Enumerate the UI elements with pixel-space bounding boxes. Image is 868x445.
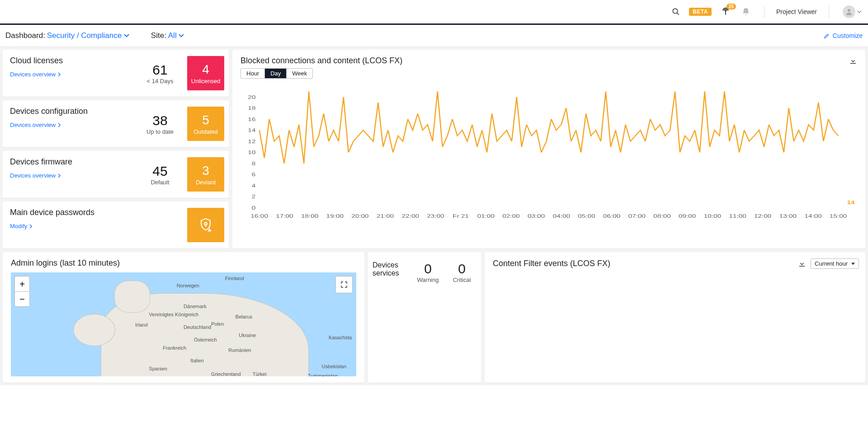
stat-number: 61 xyxy=(133,62,187,78)
map-canvas[interactable]: Finnland Norwegen Irland Vereinigtes Kön… xyxy=(11,272,356,376)
devices-overview-link[interactable]: Devices overview xyxy=(10,122,133,128)
map-label: Kasachsta xyxy=(329,335,352,340)
devices-overview-link[interactable]: Devices overview xyxy=(10,71,133,78)
svg-text:14: 14 xyxy=(248,127,256,133)
svg-text:06:00: 06:00 xyxy=(603,213,620,219)
map-label: Frankreich xyxy=(163,345,186,351)
map-label: Ukraine xyxy=(239,333,256,338)
svg-text:2: 2 xyxy=(252,194,256,200)
svg-text:04:00: 04:00 xyxy=(553,213,570,219)
badge-deviant[interactable]: 3 Deviant xyxy=(187,157,224,192)
critical-count: 0 xyxy=(447,261,476,276)
card-cloud-licenses: Cloud licenses Devices overview 61 < 14 … xyxy=(3,50,229,97)
stat-caption: Default xyxy=(133,179,187,186)
svg-text:16: 16 xyxy=(248,117,255,122)
svg-text:18:00: 18:00 xyxy=(301,213,318,219)
antenna-badge-count: 25 xyxy=(726,4,736,9)
download-icon[interactable] xyxy=(849,57,857,65)
card-main-device-passwords: Main device passwords Modify xyxy=(3,201,229,248)
svg-text:0: 0 xyxy=(252,205,256,211)
map-zoom-in[interactable]: + xyxy=(14,276,30,291)
svg-text:13:00: 13:00 xyxy=(779,213,797,219)
svg-text:11:00: 11:00 xyxy=(729,213,746,219)
line-chart: 0246810121416182016:0017:0018:0019:0020:… xyxy=(241,81,857,221)
card-blocked-connections-chart: Blocked connections and content (LCOS FX… xyxy=(232,50,865,248)
card-title: Main device passwords xyxy=(10,208,133,217)
card-devices-firmware: Devices firmware Devices overview 45 Def… xyxy=(3,151,229,198)
topbar: BETA 25 Project Viewer xyxy=(0,0,868,25)
svg-text:23:00: 23:00 xyxy=(427,213,444,219)
svg-text:12:00: 12:00 xyxy=(754,213,771,219)
map-title: Admin logins (last 10 minutes) xyxy=(3,252,364,272)
beta-badge: BETA xyxy=(689,8,712,16)
bell-icon[interactable] xyxy=(740,5,752,18)
svg-text:18: 18 xyxy=(248,105,255,111)
map-label: Belarus xyxy=(236,314,252,319)
svg-text:03:00: 03:00 xyxy=(528,213,545,219)
svg-text:10: 10 xyxy=(248,150,255,155)
topbar-divider xyxy=(764,5,764,18)
map-label: Usbekistan xyxy=(322,364,346,369)
svg-text:07:00: 07:00 xyxy=(628,213,646,219)
svg-text:02:00: 02:00 xyxy=(502,213,519,219)
svg-text:6: 6 xyxy=(252,172,256,177)
warning-count: 0 xyxy=(413,261,443,276)
search-icon[interactable] xyxy=(670,6,682,18)
devices-overview-link[interactable]: Devices overview xyxy=(10,172,133,179)
seg-week[interactable]: Week xyxy=(287,69,312,78)
badge-password-warning[interactable] xyxy=(187,208,224,242)
dashboard-selector[interactable]: Dashboard: Security / Compliance xyxy=(5,31,129,40)
topbar-divider xyxy=(829,5,829,18)
map-label: Dänemark xyxy=(184,304,207,309)
warning-label: Warning xyxy=(413,276,443,283)
map-zoom-out[interactable]: − xyxy=(14,291,30,307)
antenna-icon[interactable]: 25 xyxy=(719,5,732,18)
stat-caption: < 14 Days xyxy=(133,78,187,84)
badge-unlicensed[interactable]: 4 Unlicensed xyxy=(187,56,224,90)
site-selector[interactable]: Site: All xyxy=(151,31,184,40)
map-label: Deutschland xyxy=(184,324,211,330)
download-icon[interactable] xyxy=(798,260,806,268)
map-label: Norwegen xyxy=(177,283,199,288)
svg-text:21:00: 21:00 xyxy=(377,213,394,219)
svg-text:20: 20 xyxy=(248,94,255,100)
chart-title: Blocked connections and content (LCOS FX… xyxy=(241,56,844,66)
project-viewer-label[interactable]: Project Viewer xyxy=(776,8,817,15)
svg-rect-6 xyxy=(850,63,856,64)
map-label: Griechenland xyxy=(211,371,241,377)
map-label: Türkei xyxy=(253,371,267,377)
map-label: Finnland xyxy=(225,276,244,281)
svg-text:08:00: 08:00 xyxy=(653,213,670,219)
time-range-segmented: Hour Day Week xyxy=(241,68,313,79)
card-title: Cloud licenses xyxy=(10,56,133,66)
svg-point-0 xyxy=(673,9,678,14)
customize-button[interactable]: Customize xyxy=(824,32,863,39)
svg-point-5 xyxy=(204,222,207,225)
card-content-filter-events: Content Filter events (LCOS FX) Current … xyxy=(485,252,865,383)
svg-text:12: 12 xyxy=(248,139,255,144)
map-label: Rumänien xyxy=(228,347,251,353)
time-range-select[interactable]: Current hour xyxy=(811,258,859,269)
seg-hour[interactable]: Hour xyxy=(241,69,265,78)
svg-point-4 xyxy=(848,9,850,12)
avatar-icon xyxy=(843,5,855,18)
map-label: Spanien xyxy=(149,366,167,371)
card-title: Devices configuration xyxy=(10,107,133,116)
user-menu[interactable] xyxy=(841,4,863,20)
content-filter-title: Content Filter events (LCOS FX) xyxy=(493,259,793,268)
svg-text:20:00: 20:00 xyxy=(351,213,368,219)
stat-number: 45 xyxy=(133,164,187,179)
svg-text:Fr 21: Fr 21 xyxy=(453,213,469,219)
sub-header: Dashboard: Security / Compliance Site: A… xyxy=(0,25,868,47)
svg-text:16:00: 16:00 xyxy=(251,213,268,219)
card-devices-services: Devices services 0 Warning 0 Critical xyxy=(368,252,481,383)
map-fullscreen-icon[interactable] xyxy=(335,276,353,293)
map-label: Polen xyxy=(211,321,224,327)
card-title: Devices firmware xyxy=(10,157,133,167)
badge-outdated[interactable]: 5 Outdated xyxy=(187,107,224,141)
svg-text:8: 8 xyxy=(252,161,256,166)
svg-text:14: 14 xyxy=(847,200,855,205)
modify-link[interactable]: Modify xyxy=(10,223,133,230)
seg-day[interactable]: Day xyxy=(265,69,287,78)
map-label: Irland xyxy=(135,322,148,328)
